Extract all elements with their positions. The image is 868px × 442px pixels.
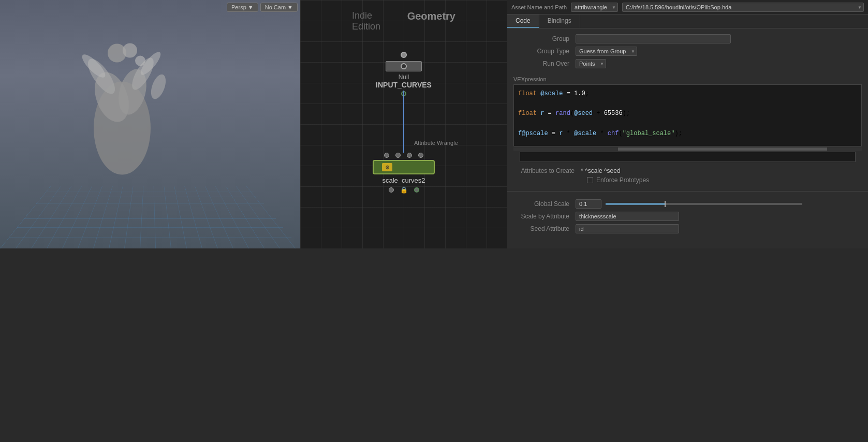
lock-icon: 🔒 [400, 186, 408, 194]
run-over-param-row: Run Over Points ▼ [507, 57, 868, 70]
seed-attr-input[interactable] [576, 224, 679, 233]
3d-figure [70, 25, 200, 206]
vex-op-assign3: = [548, 130, 560, 137]
seed-attr-row: Seed Attribute [513, 223, 862, 235]
vex-func-chf: chf [608, 130, 619, 137]
vex-editor[interactable]: float @scale = 1.0; float r = rand(@seed… [513, 84, 862, 146]
persp-button[interactable]: Persp ▼ [227, 3, 258, 12]
run-over-select[interactable]: Points [576, 59, 606, 68]
tab-bindings[interactable]: Bindings [539, 14, 580, 28]
run-over-label: Run Over [513, 60, 576, 67]
vex-keyword-float1: float [518, 90, 540, 97]
wrangle-node-label-top: Attribute Wrangle [414, 140, 458, 146]
asset-name-dropdown-wrapper: attribwrangle ▼ [571, 3, 618, 12]
null-node-icon [401, 63, 407, 69]
wrangle-node-icon: ⚙ [382, 163, 392, 171]
separator-1 [507, 191, 868, 191]
vex-op-assign2: = [544, 110, 555, 117]
wrangle-node-body: ⚙ [373, 160, 435, 174]
global-scale-slider-track[interactable] [606, 203, 802, 205]
asset-path-select[interactable]: C:/hfs/18.5.596/houdini/otis/OPlibSop.hd… [622, 3, 864, 12]
group-input[interactable] [576, 34, 731, 43]
vex-line-5: f@pscale = r * @scale * chf("global_scal… [518, 129, 857, 139]
global-params: Global Scale Scale by Attribute Seed Att… [507, 196, 868, 237]
wrangle-node-inputs [384, 153, 423, 158]
vex-section: VEXpression float @scale = 1.0; float r … [507, 74, 868, 164]
enforce-label: Enforce Prototypes [596, 176, 649, 184]
graph-labels: Indie Edition Geometry [352, 10, 455, 32]
viewport-panel: Persp ▼ No Cam ▼ [0, 0, 300, 248]
asset-name-path-label: Asset Name and Path [511, 4, 567, 10]
enforce-checkbox[interactable] [587, 177, 593, 183]
vex-var-scale2: @scale [574, 130, 596, 137]
scale-by-attr-row: Scale by Attribute [513, 210, 862, 223]
node-graph: Indie Edition Geometry Null INPUT_CURVES… [300, 0, 507, 248]
connector-line [403, 91, 404, 153]
svg-point-7 [148, 72, 169, 101]
vex-var-seed: @seed [574, 110, 593, 117]
params-area: Group Group Type Guess from Group ▼ Run … [507, 28, 868, 74]
vex-var-scale: @scale [540, 90, 563, 97]
vex-num-1: 1.0 [574, 90, 585, 97]
seed-attr-label: Seed Attribute [513, 225, 576, 232]
asset-path-dropdown-wrapper: C:/hfs/18.5.596/houdini/otis/OPlibSop.hd… [622, 3, 864, 12]
input-dot-4 [418, 153, 423, 158]
tabs-row: Code Bindings [507, 14, 868, 28]
asset-name-select[interactable]: attribwrangle [571, 3, 618, 12]
output-dot-1 [389, 187, 394, 193]
group-param-row: Group [507, 33, 868, 45]
right-panel: Asset Name and Path attribwrangle ▼ C:/h… [507, 0, 868, 248]
vex-keyword-float2: float [518, 110, 540, 117]
global-scale-input[interactable] [576, 199, 601, 209]
group-label: Group [513, 35, 576, 42]
vex-func-rand: rand [555, 110, 570, 117]
geometry-label: Geometry [407, 10, 455, 32]
vex-var-pscale: f@pscale [518, 130, 548, 137]
null-node[interactable]: Null INPUT_CURVES [376, 52, 432, 96]
global-scale-label: Global Scale [513, 200, 576, 208]
wrangle-node-outputs: 🔒 [389, 186, 419, 194]
attrs-to-create-value: * ^scale ^seed [581, 167, 621, 174]
vex-footer [520, 152, 856, 162]
attrs-to-create-label: Attributes to Create [513, 167, 581, 174]
group-type-select[interactable]: Guess from Group [576, 47, 637, 56]
svg-point-10 [135, 56, 145, 66]
null-node-name: INPUT_CURVES [376, 81, 432, 89]
global-scale-slider-thumb [665, 201, 666, 207]
enforce-prototypes-row: Enforce Prototypes [587, 175, 862, 185]
attrs-to-create-row: Attributes to Create * ^scale ^seed [513, 166, 862, 175]
tab-code[interactable]: Code [507, 14, 539, 28]
vex-scrollthumb [618, 148, 827, 151]
nocam-button[interactable]: No Cam ▼ [260, 3, 298, 12]
svg-point-9 [123, 43, 137, 58]
global-scale-slider-fill [606, 203, 665, 205]
input-dot-1 [384, 153, 389, 158]
group-type-label: Group Type [513, 48, 576, 55]
right-header: Asset Name and Path attribwrangle ▼ C:/h… [507, 0, 868, 14]
input-dot-2 [395, 153, 401, 158]
viewport-controls: Persp ▼ No Cam ▼ [227, 3, 298, 12]
run-over-dropdown-wrapper: Points ▼ [576, 59, 606, 68]
group-type-dropdown-wrapper: Guess from Group ▼ [576, 47, 637, 56]
indie-edition-label: Indie Edition [352, 10, 387, 32]
vex-num-65536: 65536 [604, 110, 623, 117]
vex-line-3: float r = rand(@seed + 65536); [518, 109, 857, 119]
vex-op-assign1: = [563, 90, 574, 97]
null-node-label: Null [399, 73, 409, 81]
scale-by-attr-input[interactable] [576, 212, 679, 221]
wrangle-node-name: scale_curves2 [382, 176, 425, 184]
vex-line-1: float @scale = 1.0; [518, 89, 857, 99]
wrangle-node[interactable]: ⚙ scale_curves2 🔒 [373, 153, 435, 194]
vex-scrollbar[interactable] [513, 148, 862, 151]
scale-by-attr-label: Scale by Attribute [513, 213, 576, 220]
vex-str-global: "global_scale" [623, 130, 675, 137]
attrs-section: Attributes to Create * ^scale ^seed Enfo… [507, 164, 868, 187]
output-dot-2 [414, 187, 419, 193]
vex-label: VEXpression [513, 76, 862, 82]
input-dot-3 [407, 153, 412, 158]
group-type-param-row: Group Type Guess from Group ▼ [507, 45, 868, 57]
viewport-bg: Persp ▼ No Cam ▼ [0, 0, 300, 248]
global-scale-row: Global Scale [513, 198, 862, 210]
null-node-input [401, 52, 407, 58]
figure-svg [70, 25, 174, 190]
